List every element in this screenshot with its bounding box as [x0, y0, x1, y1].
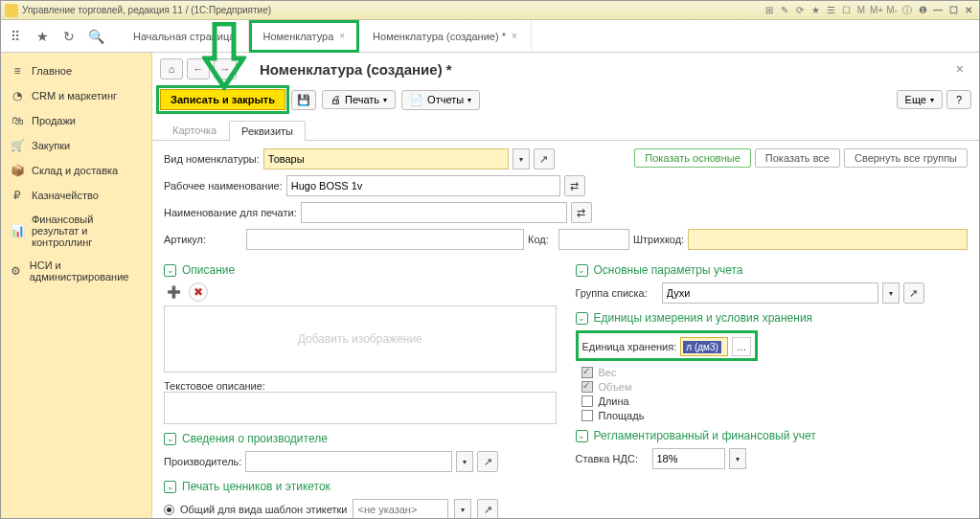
collapse-icon: ⌄ — [164, 264, 176, 277]
section-pricing[interactable]: ⌄Печать ценников и этикеток — [164, 480, 557, 493]
collapse-icon: ⌄ — [576, 430, 588, 442]
history-icon[interactable]: ↻ — [58, 26, 80, 47]
close-button[interactable]: ✕ — [962, 4, 975, 17]
sidebar-item-label: Продажи — [32, 115, 76, 126]
page-close-button[interactable]: × — [948, 61, 971, 77]
toolbar-icon[interactable]: M+ — [870, 4, 883, 17]
tab-start-page[interactable]: Начальная страница — [120, 20, 249, 53]
save-button[interactable]: 💾 — [291, 90, 316, 110]
forward-button[interactable]: → — [214, 58, 237, 79]
section-producer[interactable]: ⌄Сведения о производителе — [164, 432, 557, 445]
toolbar-icon[interactable]: M- — [885, 4, 899, 17]
vat-label: Ставка НДС: — [576, 453, 649, 464]
star-icon[interactable]: ★ — [32, 26, 53, 47]
print-button[interactable]: 🖨Печать▾ — [322, 90, 396, 109]
show-all-button[interactable]: Показать все — [755, 148, 840, 168]
dropdown-button[interactable]: ▾ — [729, 448, 746, 469]
add-image-button[interactable]: ➕ — [164, 282, 183, 302]
subtab-card[interactable]: Карточка — [160, 120, 229, 140]
home-button[interactable]: ⌂ — [160, 58, 183, 79]
dropdown-button[interactable]: ▾ — [513, 148, 530, 169]
checkbox-area[interactable] — [581, 410, 593, 421]
collapse-icon: ⌄ — [576, 264, 588, 277]
unit-picker-button[interactable]: … — [732, 337, 751, 356]
sidebar-item-sales[interactable]: 🛍Продажи — [1, 108, 151, 133]
section-main-params[interactable]: ⌄Основные параметры учета — [576, 263, 969, 277]
dropdown-button[interactable]: ▾ — [456, 451, 473, 472]
sidebar-item-crm[interactable]: ◔CRM и маркетинг — [1, 83, 151, 108]
section-units[interactable]: ⌄Единицы измерения и условия хранения — [576, 311, 969, 325]
sidebar-item-admin[interactable]: ⚙НСИ и администрирование — [1, 254, 151, 288]
sidebar-item-purchases[interactable]: 🛒Закупки — [1, 133, 151, 158]
dropdown-button[interactable]: ▾ — [882, 282, 900, 304]
radio-label: Общий для вида шаблон этикетки — [180, 504, 347, 515]
collapse-all-button[interactable]: Свернуть все группы — [844, 148, 968, 168]
tab-label: Номенклатура — [262, 31, 333, 42]
image-dropzone[interactable]: Добавить изображение — [164, 305, 557, 372]
gear-icon: ⚙ — [11, 264, 22, 278]
collapse-icon: ⌄ — [576, 312, 588, 325]
subtab-details[interactable]: Реквизиты — [229, 121, 306, 141]
open-ref-button[interactable]: ↗ — [477, 451, 498, 472]
workname-input[interactable] — [286, 175, 560, 196]
section-reg-finance[interactable]: ⌄Регламентированный и финансовый учет — [576, 429, 969, 442]
section-description[interactable]: ⌄Описание — [164, 263, 557, 277]
type-input[interactable] — [263, 148, 509, 169]
unit-input[interactable]: л (дм3) — [680, 337, 728, 356]
bag-icon: 🛍 — [11, 114, 24, 127]
sidebar-item-main[interactable]: ≡Главное — [1, 58, 151, 83]
checkbox-weight[interactable] — [581, 367, 593, 378]
apps-icon[interactable]: ⠿ — [5, 26, 26, 47]
tab-nomenclature[interactable]: Номенклатура × — [249, 20, 359, 53]
checkbox-length[interactable] — [581, 395, 593, 407]
reports-button[interactable]: 📄Отчеты▾ — [401, 90, 480, 110]
window-title: Управление торговлей, редакция 11 / (1С:… — [22, 5, 271, 15]
copy-button[interactable]: ⇄ — [571, 202, 592, 223]
sidebar-item-finance[interactable]: 📊Финансовый результат и контроллинг — [1, 208, 151, 254]
code-input[interactable] — [558, 229, 629, 250]
open-ref-button[interactable]: ↗ — [534, 148, 555, 169]
about-icon[interactable]: ❶ — [916, 4, 929, 17]
sidebar-item-warehouse[interactable]: 📦Склад и доставка — [1, 158, 151, 183]
minimize-button[interactable]: — — [931, 4, 945, 17]
copy-button[interactable]: ⇄ — [564, 175, 585, 196]
info-icon[interactable]: ⓘ — [900, 4, 914, 17]
checkbox-volume[interactable] — [581, 381, 593, 393]
toolbar-icon[interactable]: ★ — [809, 4, 822, 17]
toolbar-icon[interactable]: ✎ — [778, 4, 791, 17]
more-button[interactable]: Еще▾ — [897, 90, 943, 109]
template-select[interactable]: <не указан> — [353, 499, 448, 518]
tab-nomenclature-create[interactable]: Номенклатура (создание) * × — [359, 20, 532, 53]
printname-input[interactable] — [301, 202, 567, 223]
save-close-button[interactable]: Записать и закрыть — [160, 89, 285, 110]
article-input[interactable] — [246, 229, 524, 250]
report-icon: 📄 — [410, 94, 423, 106]
vat-input[interactable] — [652, 448, 725, 469]
sidebar-item-treasury[interactable]: ₽Казначейство — [1, 183, 151, 208]
main-content: ⌂ ← → Номенклатура (создание) * × Записа… — [152, 53, 979, 518]
close-icon[interactable]: × — [512, 31, 517, 41]
open-ref-button[interactable]: ↗ — [903, 282, 924, 304]
producer-input[interactable] — [245, 451, 452, 472]
search-icon[interactable]: 🔍 — [85, 26, 106, 47]
radio-common-template[interactable] — [164, 505, 174, 515]
toolbar-icon[interactable]: ☐ — [839, 4, 853, 17]
group-input[interactable] — [662, 282, 878, 304]
show-main-button[interactable]: Показать основные — [634, 148, 751, 168]
open-ref-button[interactable]: ↗ — [477, 499, 498, 518]
toolbar-icon[interactable]: M — [855, 4, 868, 17]
remove-image-button[interactable]: ✖ — [189, 282, 208, 302]
dropdown-button[interactable]: ▾ — [454, 499, 471, 518]
toolbar-icon[interactable]: ⟳ — [793, 4, 807, 17]
maximize-button[interactable]: ☐ — [946, 4, 960, 17]
help-button[interactable]: ? — [946, 90, 971, 109]
textdesc-textarea[interactable] — [164, 392, 557, 424]
close-icon[interactable]: × — [339, 31, 345, 41]
sidebar-item-label: Склад и доставка — [32, 165, 118, 176]
toolbar-icon[interactable]: ☰ — [824, 4, 837, 17]
article-label: Артикул: — [164, 234, 242, 245]
toolbar-icon[interactable]: ⊞ — [763, 4, 776, 17]
unit-value: л (дм3) — [683, 341, 721, 353]
back-button[interactable]: ← — [187, 58, 210, 79]
barcode-input[interactable] — [688, 229, 968, 250]
